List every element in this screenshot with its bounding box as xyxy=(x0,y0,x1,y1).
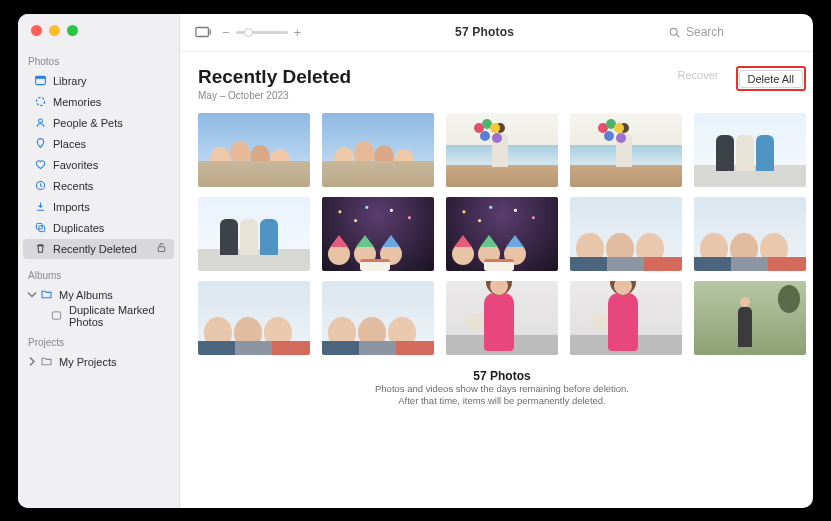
search-field[interactable] xyxy=(668,21,808,43)
sidebar-item-memories[interactable]: Memories xyxy=(23,92,174,112)
svg-rect-1 xyxy=(35,76,45,78)
zoom-slider[interactable]: − + xyxy=(222,25,301,40)
sidebar-item-label: People & Pets xyxy=(53,117,168,129)
sidebar-item-label: My Albums xyxy=(59,289,168,301)
section-albums: Albums xyxy=(18,260,179,284)
zoom-out-icon[interactable]: − xyxy=(222,25,230,40)
photo-thumbnail[interactable] xyxy=(446,113,558,187)
heart-icon xyxy=(33,158,47,171)
sidebar-item-label: Favorites xyxy=(53,159,168,171)
folder-icon xyxy=(39,288,53,301)
aspect-icon[interactable] xyxy=(194,24,212,40)
recover-button[interactable]: Recover xyxy=(669,66,728,84)
zoom-icon[interactable] xyxy=(67,25,78,36)
photo-thumbnail[interactable] xyxy=(322,113,434,187)
photo-thumbnail[interactable] xyxy=(322,197,434,271)
photo-thumbnail[interactable] xyxy=(694,281,806,355)
close-icon[interactable] xyxy=(31,25,42,36)
thumbnail-grid-scroll[interactable]: 57 Photos Photos and videos show the day… xyxy=(180,105,813,508)
photo-thumbnail[interactable] xyxy=(198,281,310,355)
svg-rect-7 xyxy=(158,247,165,252)
svg-point-2 xyxy=(36,97,44,105)
sidebar-item-duplicate-marked[interactable]: Duplicate Marked Photos xyxy=(23,306,174,326)
sidebar-item-places[interactable]: Places xyxy=(23,134,174,154)
photo-thumbnail[interactable] xyxy=(570,113,682,187)
unlock-icon xyxy=(155,241,168,256)
photo-thumbnail[interactable] xyxy=(570,197,682,271)
svg-rect-8 xyxy=(52,312,60,319)
album-icon xyxy=(49,309,63,322)
photo-thumbnail[interactable] xyxy=(694,197,806,271)
sidebar-item-label: Imports xyxy=(53,201,168,213)
sidebar-item-recents[interactable]: Recents xyxy=(23,176,174,196)
sidebar-item-favorites[interactable]: Favorites xyxy=(23,155,174,175)
photo-thumbnail[interactable] xyxy=(446,281,558,355)
thumbnail-grid xyxy=(198,113,806,355)
sidebar: Photos Library Memories People & Pets Pl… xyxy=(18,14,180,508)
toolbar-title: 57 Photos xyxy=(455,25,514,39)
search-icon xyxy=(668,26,681,39)
svg-point-10 xyxy=(670,28,677,35)
pin-icon xyxy=(33,137,47,150)
photo-thumbnail[interactable] xyxy=(570,281,682,355)
toolbar: − + 57 Photos xyxy=(180,14,813,52)
page-title: Recently Deleted xyxy=(198,66,351,88)
photo-thumbnail[interactable] xyxy=(198,197,310,271)
section-projects: Projects xyxy=(18,327,179,351)
people-icon xyxy=(33,116,47,129)
sidebar-item-people[interactable]: People & Pets xyxy=(23,113,174,133)
sidebar-item-label: My Projects xyxy=(59,356,168,368)
svg-rect-9 xyxy=(196,28,209,37)
sidebar-item-imports[interactable]: Imports xyxy=(23,197,174,217)
sidebar-item-label: Recently Deleted xyxy=(53,243,155,255)
section-photos: Photos xyxy=(18,46,179,70)
footer-line-2: After that time, items will be permanent… xyxy=(198,395,806,408)
sidebar-item-duplicates[interactable]: Duplicates xyxy=(23,218,174,238)
sidebar-item-library[interactable]: Library xyxy=(23,71,174,91)
delete-all-button[interactable]: Delete All xyxy=(739,70,803,88)
sidebar-item-label: Duplicate Marked Photos xyxy=(69,304,168,328)
photo-thumbnail[interactable] xyxy=(322,281,434,355)
folder-icon xyxy=(39,355,53,368)
library-icon xyxy=(33,74,47,87)
sidebar-item-my-albums[interactable]: My Albums xyxy=(23,285,174,305)
search-input[interactable] xyxy=(686,25,778,39)
page-header: Recently Deleted May – October 2023 Reco… xyxy=(180,52,813,105)
clock-icon xyxy=(33,179,47,192)
sidebar-item-my-projects[interactable]: My Projects xyxy=(23,352,174,372)
sidebar-item-label: Recents xyxy=(53,180,168,192)
date-range: May – October 2023 xyxy=(198,90,351,101)
footer-line-1: Photos and videos show the days remainin… xyxy=(198,383,806,396)
footer-info: 57 Photos Photos and videos show the day… xyxy=(198,369,806,409)
zoom-in-icon[interactable]: + xyxy=(294,25,302,40)
delete-all-highlight: Delete All xyxy=(736,66,806,91)
sidebar-item-label: Library xyxy=(53,75,168,87)
photo-thumbnail[interactable] xyxy=(694,113,806,187)
svg-point-3 xyxy=(38,119,42,123)
minimize-icon[interactable] xyxy=(49,25,60,36)
trash-icon xyxy=(33,242,47,255)
app-window: Photos Library Memories People & Pets Pl… xyxy=(18,14,813,508)
sidebar-item-label: Memories xyxy=(53,96,168,108)
chevron-right-icon[interactable] xyxy=(27,355,37,368)
sidebar-item-label: Places xyxy=(53,138,168,150)
photo-thumbnail[interactable] xyxy=(198,113,310,187)
window-controls xyxy=(18,14,179,46)
photo-thumbnail[interactable] xyxy=(446,197,558,271)
content-area: − + 57 Photos Recently Deleted May – Oct… xyxy=(180,14,813,508)
chevron-down-icon[interactable] xyxy=(27,288,37,301)
memories-icon xyxy=(33,95,47,108)
sidebar-item-label: Duplicates xyxy=(53,222,168,234)
footer-count: 57 Photos xyxy=(198,369,806,383)
sidebar-item-recently-deleted[interactable]: Recently Deleted xyxy=(23,239,174,259)
duplicates-icon xyxy=(33,221,47,234)
download-icon xyxy=(33,200,47,213)
